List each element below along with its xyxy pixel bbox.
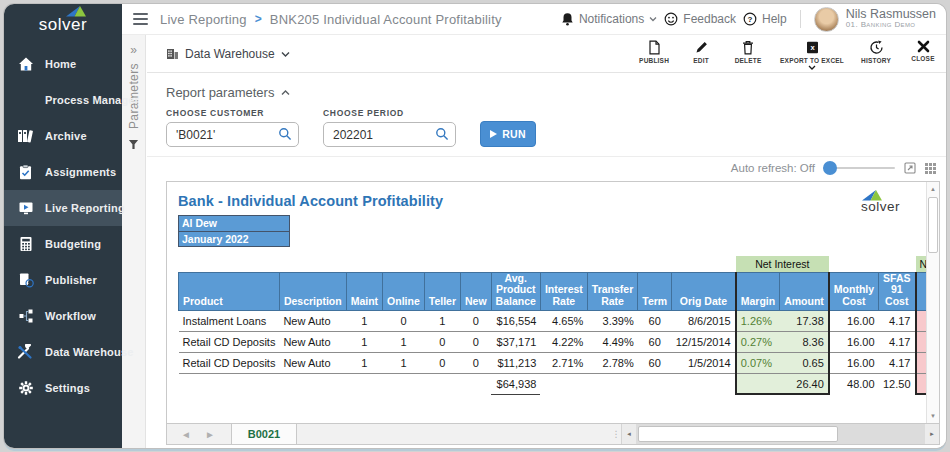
top-bar: Live Reporting > BNK205 Individual Accou… [122, 4, 946, 35]
close-button[interactable]: CLOSE [908, 40, 938, 62]
report-parameters-section: Report parameters CHOOSE CUSTOMER CHOOSE… [147, 73, 946, 147]
feedback-button[interactable]: Feedback [664, 12, 736, 26]
expand-panel-icon[interactable]: » [130, 43, 137, 57]
table-cell: 4.17 [879, 310, 916, 331]
column-header: SFAS 91 Cost [879, 272, 916, 310]
table-cell: 16.00 [829, 352, 879, 373]
table-cell: 0 [461, 310, 492, 331]
search-icon[interactable] [278, 127, 292, 141]
sidebar-item-workflow[interactable]: Workflow [4, 298, 122, 334]
slider-knob[interactable] [823, 161, 837, 175]
notifications-button[interactable]: Notifications [561, 12, 657, 26]
sidebar-item-publisher[interactable]: Publisher [4, 262, 122, 298]
table-cell: 0 [424, 331, 460, 352]
breadcrumb-section[interactable]: Live Reporting [160, 12, 247, 27]
gear-icon [17, 380, 34, 397]
history-button[interactable]: HISTORY [861, 40, 891, 64]
sidebar-item-live-reporting[interactable]: Live Reporting [4, 190, 122, 226]
table-cell [587, 373, 637, 394]
column-header [916, 272, 927, 310]
toolbar-actions: PUBLISH EDIT DELETE x EXPORT TO EXCEL [639, 37, 938, 70]
table-cell [279, 373, 346, 394]
breadcrumb-page-title: BNK205 Individual Account Profitability [270, 12, 502, 27]
pencil-icon [694, 40, 709, 55]
popout-icon[interactable] [903, 162, 916, 175]
table-cell: 12.50 [879, 373, 916, 394]
horizontal-scrollbar[interactable]: ◄ ► [621, 424, 939, 444]
column-header: Term [638, 272, 672, 310]
table-cell: 4.49% [587, 331, 637, 352]
main-content: Data Warehouse PUBLISH EDIT DELETE x [147, 35, 946, 448]
grid-view-icon[interactable] [924, 162, 937, 175]
sidebar-item-label: Home [45, 58, 76, 70]
run-button[interactable]: RUN [480, 121, 536, 147]
report-parameters-toggle[interactable]: Report parameters [166, 85, 946, 100]
scroll-down-icon[interactable]: ▼ [927, 409, 939, 423]
sidebar: solver Home Process Manager Archive Assi… [4, 4, 122, 448]
table-row: Retail CD DepositsNew Auto1100$37,1714.2… [179, 331, 927, 352]
table-cell: 0.27% [736, 331, 780, 352]
vertical-scrollbar[interactable]: ▲ ▼ [926, 182, 939, 423]
sidebar-item-process-manager[interactable]: Process Manager [4, 82, 122, 118]
table-row: Instalment LoansNew Auto1010$16,5544.65%… [179, 310, 927, 331]
report-viewport: Bank - Individual Account Profitability … [166, 181, 940, 424]
scrollbar-thumb[interactable] [638, 426, 838, 442]
prev-sheet-icon[interactable]: ◄ [181, 429, 191, 440]
bell-icon [561, 12, 574, 26]
edit-button[interactable]: EDIT [686, 40, 716, 64]
live-reporting-icon [17, 200, 34, 217]
user-avatar[interactable] [814, 7, 839, 32]
auto-refresh-slider[interactable] [823, 161, 895, 175]
smiley-icon [664, 12, 678, 26]
sheet-tab[interactable]: B0021 [231, 424, 297, 444]
data-source-label: Data Warehouse [185, 47, 275, 61]
publish-button[interactable]: PUBLISH [639, 40, 669, 64]
scroll-left-icon[interactable]: ◄ [622, 424, 636, 444]
close-icon [917, 40, 930, 53]
action-label: PUBLISH [639, 57, 669, 64]
sidebar-item-data-warehouse[interactable]: Data Warehouse [4, 334, 122, 370]
sidebar-item-settings[interactable]: Settings [4, 370, 122, 406]
table-cell [540, 373, 587, 394]
table-cell: 8.36 [780, 331, 829, 352]
table-cell: 0 [461, 331, 492, 352]
export-to-excel-button[interactable]: x EXPORT TO EXCEL [780, 40, 844, 70]
table-cell: Retail CD Deposits [179, 331, 280, 352]
next-sheet-icon[interactable]: ► [205, 429, 215, 440]
delete-button[interactable]: DELETE [733, 40, 763, 64]
table-cell: 48.00 [829, 373, 879, 394]
home-icon [17, 56, 34, 73]
action-label: EXPORT TO EXCEL [780, 57, 844, 64]
menu-icon[interactable] [133, 13, 148, 25]
sidebar-item-archive[interactable]: Archive [4, 118, 122, 154]
table-cell: New Auto [279, 310, 346, 331]
report-info-cells: Al Dew January 2022 [178, 215, 290, 247]
publisher-icon [17, 272, 34, 289]
splitter-handle[interactable]: ⋮ [611, 424, 621, 444]
tools-icon [17, 344, 34, 361]
help-button[interactable]: ? Help [743, 12, 787, 26]
sidebar-item-label: Workflow [45, 310, 96, 322]
sidebar-nav: Home Process Manager Archive Assignments… [4, 46, 122, 406]
table-group-header-row: Net Interest Net Profit [179, 256, 927, 272]
data-source-selector[interactable]: Data Warehouse [166, 47, 289, 61]
scroll-right-icon[interactable]: ► [925, 424, 939, 444]
chevron-up-icon [281, 90, 290, 96]
customer-field-label: CHOOSE CUSTOMER [166, 108, 299, 118]
sidebar-item-assignments[interactable]: Assignments [4, 154, 122, 190]
report-logo: solver [861, 190, 900, 214]
table-cell: 0.65 [780, 352, 829, 373]
sidebar-item-home[interactable]: Home [4, 46, 122, 82]
table-cell: 60 [638, 352, 672, 373]
table-cell: 1 [346, 310, 382, 331]
scrollbar-thumb[interactable] [928, 197, 938, 253]
topbar-right: Notifications Feedback ? Help Nils Rasmu… [561, 7, 946, 32]
scrollbar-track[interactable] [636, 424, 925, 444]
scroll-up-icon[interactable]: ▲ [927, 182, 939, 196]
table-cell: 16.00 [829, 331, 879, 352]
table-cell: 1 [424, 310, 460, 331]
process-manager-icon [17, 92, 34, 109]
sidebar-item-budgeting[interactable]: Budgeting [4, 226, 122, 262]
search-icon[interactable] [435, 127, 449, 141]
user-menu[interactable]: Nils Rasmussen 01. Banking Demo [846, 8, 936, 30]
